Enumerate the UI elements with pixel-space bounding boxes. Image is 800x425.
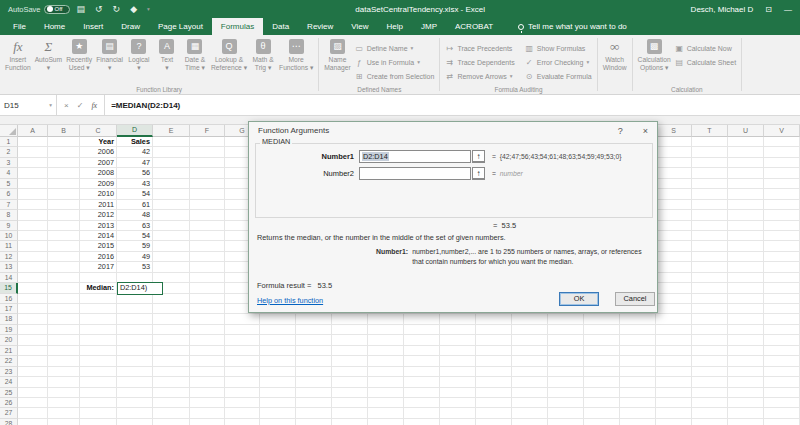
cell[interactable] [153, 335, 190, 345]
cell[interactable] [692, 231, 728, 241]
cell[interactable] [117, 346, 153, 356]
cell[interactable] [764, 137, 800, 147]
column-header-S[interactable]: S [656, 125, 692, 137]
row-header-21[interactable]: 21 [0, 346, 18, 356]
cell[interactable] [190, 210, 225, 220]
watch-window-button[interactable]: ∞WatchWindow [601, 37, 629, 72]
cell[interactable] [620, 325, 656, 335]
cell-D4[interactable]: 56 [117, 168, 153, 178]
cell[interactable] [368, 388, 404, 398]
cell[interactable] [153, 252, 190, 262]
cell[interactable] [153, 231, 190, 241]
cell[interactable] [512, 335, 548, 345]
cell[interactable] [190, 252, 225, 262]
column-header-D[interactable]: D [117, 125, 153, 137]
cell[interactable] [18, 304, 48, 314]
cell[interactable] [117, 294, 153, 304]
cell[interactable] [153, 377, 190, 387]
cell[interactable] [48, 346, 80, 356]
cell[interactable] [728, 168, 764, 178]
cell[interactable] [153, 356, 190, 366]
cell[interactable] [692, 408, 728, 418]
tab-help[interactable]: Help [378, 18, 412, 35]
cell[interactable] [260, 356, 296, 366]
enter-entry-icon[interactable]: ✓ [77, 101, 84, 110]
cell-C1[interactable]: Year [80, 137, 117, 147]
save-icon[interactable]: ▤ [77, 4, 86, 14]
cell[interactable] [18, 158, 48, 168]
cell[interactable] [48, 283, 80, 293]
row-header-28[interactable]: 28 [0, 419, 18, 425]
cell[interactable] [728, 179, 764, 189]
cell[interactable] [656, 419, 692, 425]
cell[interactable] [440, 335, 476, 345]
cell[interactable] [764, 283, 800, 293]
cell[interactable] [80, 314, 117, 324]
number2-range-picker-icon[interactable]: ↑ [472, 167, 485, 180]
cell[interactable] [440, 314, 476, 324]
cell[interactable] [512, 346, 548, 356]
ribbon-display-options-icon[interactable]: ⊡ [765, 5, 772, 14]
cell[interactable] [728, 294, 764, 304]
cell[interactable] [332, 314, 368, 324]
cell[interactable] [620, 398, 656, 408]
cell[interactable] [153, 137, 190, 147]
cell[interactable] [153, 367, 190, 377]
cell[interactable] [190, 367, 225, 377]
dialog-title-bar[interactable]: Function Arguments ? × [249, 122, 657, 139]
cell[interactable] [764, 314, 800, 324]
cell[interactable] [692, 294, 728, 304]
row-header-20[interactable]: 20 [0, 335, 18, 345]
cell[interactable] [728, 137, 764, 147]
cell-C2[interactable]: 2006 [80, 147, 117, 157]
cell[interactable] [728, 158, 764, 168]
cell[interactable] [48, 221, 80, 231]
cell[interactable] [332, 335, 368, 345]
cell[interactable] [296, 408, 332, 418]
cell[interactable] [153, 314, 190, 324]
row-header-3[interactable]: 3 [0, 158, 18, 168]
cell[interactable] [764, 221, 800, 231]
cell-D7[interactable]: 61 [117, 200, 153, 210]
cell[interactable] [190, 346, 225, 356]
row-header-16[interactable]: 16 [0, 294, 18, 304]
cell[interactable] [18, 221, 48, 231]
cell[interactable] [190, 231, 225, 241]
row-header-12[interactable]: 12 [0, 252, 18, 262]
cell[interactable] [190, 168, 225, 178]
cell[interactable] [18, 147, 48, 157]
cell[interactable] [18, 137, 48, 147]
cell[interactable] [80, 304, 117, 314]
cell[interactable] [620, 408, 656, 418]
cell[interactable] [656, 189, 692, 199]
cell[interactable] [225, 346, 260, 356]
cell[interactable] [80, 356, 117, 366]
cell[interactable] [80, 408, 117, 418]
cell[interactable] [584, 367, 620, 377]
cell[interactable] [18, 231, 48, 241]
cell-C9[interactable]: 2013 [80, 221, 117, 231]
cell[interactable] [190, 314, 225, 324]
cell[interactable] [656, 346, 692, 356]
cell[interactable] [584, 356, 620, 366]
cell[interactable] [80, 367, 117, 377]
cell[interactable] [48, 314, 80, 324]
cell-D1[interactable]: Sales [117, 137, 153, 147]
cell[interactable] [190, 304, 225, 314]
cell[interactable] [404, 388, 440, 398]
row-header-8[interactable]: 8 [0, 210, 18, 220]
cell[interactable] [117, 335, 153, 345]
column-header-T[interactable]: T [692, 125, 728, 137]
cell[interactable] [260, 367, 296, 377]
cell[interactable] [190, 221, 225, 231]
cell-D3[interactable]: 47 [117, 158, 153, 168]
help-on-function-link[interactable]: Help on this function [257, 296, 323, 305]
cell[interactable] [584, 377, 620, 387]
customize-qat-icon[interactable]: ▾ [147, 4, 150, 14]
cell[interactable] [332, 388, 368, 398]
cell[interactable] [656, 314, 692, 324]
cell[interactable] [332, 367, 368, 377]
cell[interactable] [190, 158, 225, 168]
cell-C15[interactable]: Median: [80, 283, 117, 293]
cell[interactable] [48, 398, 80, 408]
